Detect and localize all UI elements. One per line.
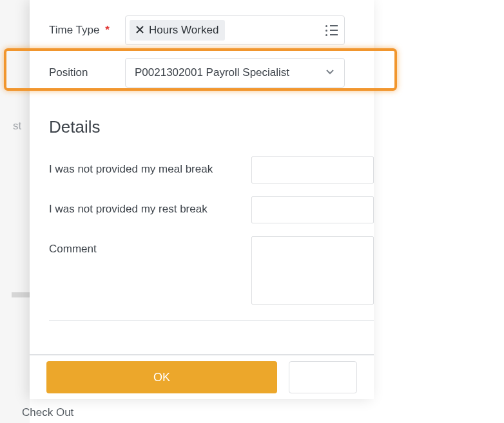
list-picker-icon[interactable] [325,25,338,36]
details-heading: Details [49,117,374,137]
panel-footer: OK [30,354,374,399]
remove-pill-icon[interactable] [136,26,144,35]
background-left-strip: st Check Out [0,0,30,423]
time-type-label-text: Time Type [49,24,99,36]
rest-break-row: I was not provided my rest break [30,196,374,223]
meal-break-input[interactable] [251,156,374,183]
time-type-pill: Hours Worked [130,20,225,41]
time-type-field[interactable]: Hours Worked [125,15,345,45]
position-value: P0021302001 Payroll Specialist [135,66,289,79]
meal-break-label: I was not provided my meal break [49,156,251,176]
position-select[interactable]: P0021302001 Payroll Specialist [125,58,345,88]
time-type-row: Time Type * Hours Worked [49,15,374,45]
comment-row: Comment [30,236,374,305]
rest-break-label: I was not provided my rest break [49,196,251,216]
rest-break-input[interactable] [251,196,374,223]
bg-partial-text: st [13,120,21,133]
pill-text: Hours Worked [149,24,218,37]
required-asterisk: * [105,24,110,36]
position-row: Position P0021302001 Payroll Specialist [49,58,374,88]
divider [49,320,374,321]
form-area: Time Type * Hours Worked Position [30,0,374,88]
comment-label: Comment [49,236,251,256]
position-label: Position [49,66,125,79]
chevron-down-icon [325,66,335,79]
time-type-label: Time Type * [49,24,125,37]
secondary-button[interactable] [289,361,357,393]
ok-button[interactable]: OK [46,361,277,393]
meal-break-row: I was not provided my meal break [30,156,374,183]
bg-gray-bar [12,292,30,297]
time-entry-panel: Time Type * Hours Worked Position [30,0,374,399]
comment-textarea[interactable] [251,236,374,305]
bg-checkout-partial: Check Out [22,406,73,419]
